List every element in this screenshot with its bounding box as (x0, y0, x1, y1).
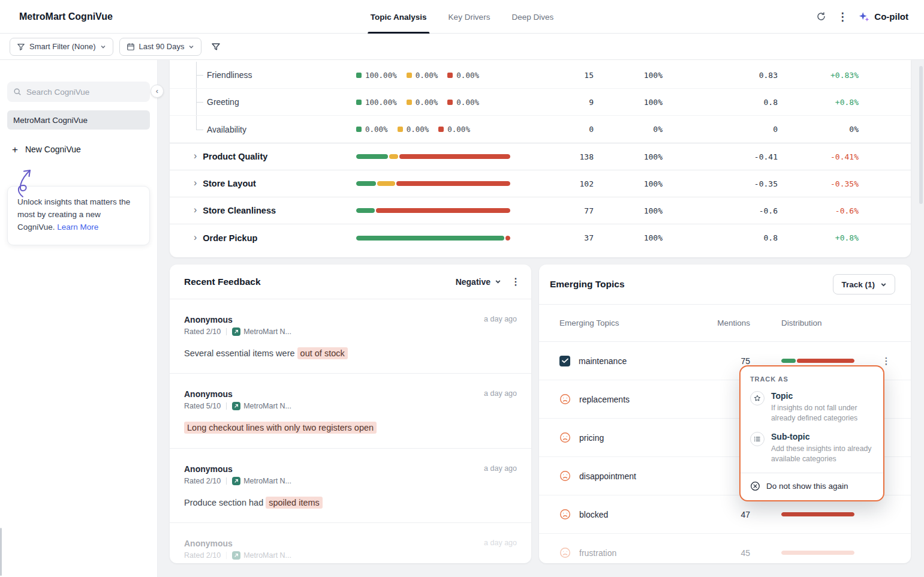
checkbox-checked[interactable] (559, 356, 570, 366)
feedback-item[interactable]: Anonymous a day ago Rated 2/10 MetroMart… (170, 299, 531, 374)
source-link-icon (232, 477, 240, 485)
tab-topic-analysis[interactable]: Topic Analysis (371, 0, 427, 34)
emerging-topic-name: replacements (579, 395, 630, 404)
topic-name: Store Layout (203, 179, 256, 188)
negative-swatch (438, 127, 444, 132)
date-range-label: Last 90 Days (139, 42, 185, 51)
date-range-dropdown[interactable]: Last 90 Days (119, 38, 202, 56)
positive-segment (356, 154, 388, 159)
tab-deep-dives-label: Deep Dives (511, 13, 553, 22)
row-menu-icon[interactable]: ⋮ (882, 356, 891, 366)
tab-key-drivers[interactable]: Key Drivers (449, 0, 490, 34)
feedback-item[interactable]: Anonymous a day ago Rated 2/10 MetroMart… (170, 523, 531, 563)
funnel-icon (17, 43, 25, 51)
new-cognivue-button[interactable]: + New CogniVue (7, 140, 150, 158)
negative-segment (797, 359, 854, 363)
recent-feedback-card: Recent Feedback Negative ⋮ Anonymous a d… (170, 265, 531, 563)
feedback-source-badge[interactable]: MetroMart N... (232, 402, 291, 410)
distribution-bar (781, 551, 854, 555)
topic-name: Order Pickup (203, 233, 257, 243)
overflow-menu-icon[interactable]: ⋮ (837, 11, 848, 22)
page-scrollbar[interactable] (919, 66, 923, 204)
track-dropdown-button[interactable]: Track (1) (833, 274, 895, 294)
neutral-swatch (407, 100, 412, 105)
subtopic-group: Friendliness 100.00% 0.00% 0.00% 15 100%… (170, 62, 911, 143)
refresh-icon[interactable] (816, 11, 826, 22)
feedback-menu-icon[interactable]: ⋮ (511, 277, 520, 287)
subtopic-row-availability[interactable]: Availability 0.00% 0.00% 0.00% 0 0% 0 0% (170, 116, 911, 143)
mentions-value: 138 (510, 152, 594, 161)
col-header-topic: Emerging Topics (559, 318, 678, 327)
frown-icon (559, 509, 571, 520)
top-bar: MetroMart CogniVue Topic Analysis Key Dr… (0, 0, 924, 34)
search-input[interactable] (26, 88, 144, 97)
expand-icon[interactable]: › (194, 232, 197, 243)
feedback-author: Anonymous (184, 389, 233, 399)
subtopic-row-greeting[interactable]: Greeting 100.00% 0.00% 0.00% 9 100% 0.8 … (170, 89, 911, 116)
subtopic-row-friendliness[interactable]: Friendliness 100.00% 0.00% 0.00% 15 100%… (170, 62, 911, 89)
feedback-sentiment-dropdown[interactable]: Negative (456, 277, 501, 287)
sentiment-bar (356, 208, 510, 213)
main-tabs: Topic Analysis Key Drivers Deep Dives (371, 0, 553, 34)
doodle-arrow (14, 164, 46, 199)
frown-icon (559, 470, 571, 482)
sentiment-bar (356, 181, 510, 186)
feedback-source: MetroMart N... (243, 551, 291, 560)
emerging-topic-name: blocked (579, 510, 608, 519)
sidebar-collapse-button[interactable]: ‹ (151, 85, 164, 98)
search-icon (13, 88, 22, 96)
negative-pct: 0.00% (456, 71, 479, 80)
feedback-source-badge[interactable]: MetroMart N... (232, 551, 291, 560)
negative-swatch (447, 100, 453, 105)
topic-row-store-layout[interactable]: ›Store Layout 102 100% -0.35 -0.35% (170, 170, 911, 197)
positive-segment (356, 181, 376, 186)
tab-deep-dives[interactable]: Deep Dives (511, 0, 553, 34)
expand-icon[interactable]: › (194, 205, 197, 215)
expand-icon[interactable]: › (194, 178, 197, 188)
expand-icon[interactable]: › (194, 151, 197, 161)
feedback-source: MetroMart N... (243, 477, 291, 485)
delta-value: -0.6% (778, 206, 859, 215)
smart-filter-label: Smart Filter (None) (29, 42, 96, 51)
sidebar-item-workspace[interactable]: MetroMart CogniVue (7, 110, 150, 130)
feedback-source-badge[interactable]: MetroMart N... (232, 477, 291, 485)
coverage-value: 100% (594, 179, 663, 188)
feedback-filter-label: Negative (456, 277, 490, 287)
negative-segment (376, 208, 510, 213)
calendar-icon (127, 43, 135, 51)
positive-pct: 100.00% (365, 98, 397, 107)
sidebar-search[interactable] (7, 82, 150, 102)
topic-analysis-table: Friendliness 100.00% 0.00% 0.00% 15 100%… (170, 60, 911, 257)
popup-dismiss-button[interactable]: Do not show this again (741, 473, 883, 500)
workspace-label: MetroMart CogniVue (13, 116, 88, 125)
learn-more-link[interactable]: Learn More (57, 223, 98, 232)
distribution-bar (781, 512, 854, 516)
topic-row-product-quality[interactable]: ›Product Quality 138 100% -0.41 -0.41% (170, 143, 911, 170)
smart-filter-dropdown[interactable]: Smart Filter (None) (10, 38, 113, 56)
feedback-item[interactable]: Anonymous a day ago Rated 5/10 MetroMart… (170, 374, 531, 448)
delta-value: +0.8% (778, 233, 859, 242)
popup-option-topic[interactable]: Topic If insights do not fall under alre… (741, 383, 883, 423)
sentiment-bar (356, 154, 510, 159)
negative-pct: 0.00% (447, 125, 470, 134)
topic-row-store-cleanliness[interactable]: ›Store Cleanliness 77 100% -0.6 -0.6% (170, 197, 911, 224)
feedback-item[interactable]: Anonymous a day ago Rated 2/10 MetroMart… (170, 449, 531, 523)
sidebar-scrollbar[interactable] (0, 528, 2, 576)
coverage-value: 0% (594, 125, 663, 134)
score-value: 0.8 (663, 98, 778, 107)
topic-row-order-pickup[interactable]: ›Order Pickup 37 100% 0.8 +0.8% (170, 224, 911, 251)
popup-option-subtopic[interactable]: Sub-topic Add these insights into alread… (741, 423, 883, 464)
sentiment-legend: 100.00% 0.00% 0.00% (356, 98, 510, 107)
feedback-text: Produce section had spoiled items (184, 496, 517, 509)
emerging-topics-card: Emerging Topics Track (1) Emerging Topic… (539, 265, 911, 563)
copilot-button[interactable]: Co-pilot (859, 11, 908, 22)
collapse-icon: ‹ (156, 86, 158, 95)
frown-icon (559, 393, 571, 405)
feedback-source-badge[interactable]: MetroMart N... (232, 327, 291, 336)
positive-segment (781, 359, 796, 363)
emerging-row-frustration[interactable]: frustration 45 (539, 534, 911, 563)
filter-settings-icon[interactable] (211, 42, 221, 52)
coverage-value: 100% (594, 98, 663, 107)
score-value: -0.41 (663, 152, 778, 161)
faint-segment (781, 551, 854, 555)
